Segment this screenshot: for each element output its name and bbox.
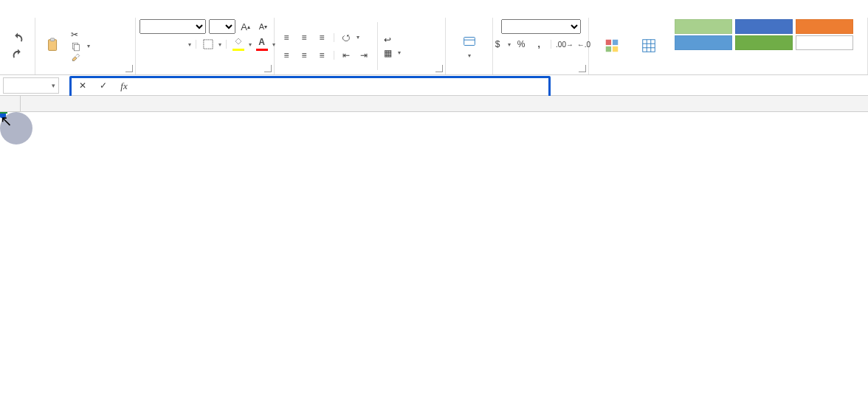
align-top-button[interactable]: ≡	[279, 30, 294, 45]
group-label-font	[140, 73, 269, 74]
formula-bar-row: ▾ ✕ ✓ fx	[0, 75, 868, 96]
svg-rect-9	[613, 46, 618, 51]
bucket-icon	[233, 37, 244, 46]
formula-bar-highlight	[69, 76, 551, 98]
format-as-table-button[interactable]	[632, 30, 666, 63]
borders-button[interactable]	[201, 37, 216, 52]
svg-rect-7	[613, 39, 618, 44]
svg-rect-1	[50, 38, 55, 41]
group-label-clipboard	[40, 73, 131, 74]
sensitivity-button[interactable]: ▾	[456, 30, 483, 63]
select-all-corner[interactable]	[0, 96, 21, 111]
style-60-accent6[interactable]	[675, 19, 732, 34]
svg-rect-10	[643, 39, 655, 52]
table-icon	[641, 38, 657, 54]
increase-font-button[interactable]: A▴	[238, 19, 253, 34]
decrease-font-button[interactable]: A▾	[256, 19, 271, 34]
align-center-button[interactable]: ≡	[297, 48, 311, 63]
font-dialog-launcher[interactable]	[264, 65, 272, 72]
fill-color-button[interactable]	[231, 37, 246, 52]
mouse-cursor-icon: ↖	[0, 112, 13, 130]
format-painter-button[interactable]	[71, 53, 90, 63]
enter-formula-button[interactable]: ✓	[96, 78, 111, 93]
selected-cell[interactable]	[0, 112, 7, 114]
conditional-formatting-icon	[604, 38, 620, 54]
style-comma[interactable]	[796, 35, 853, 50]
copy-icon	[71, 41, 81, 52]
number-dialog-launcher[interactable]	[579, 65, 586, 72]
wrap-text-button[interactable]: ↩	[384, 35, 401, 45]
ribbon: ✂ ▾ A▴ A▾	[0, 18, 868, 75]
percent-format-button[interactable]: %	[514, 37, 528, 52]
decrease-indent-button[interactable]: ⇤	[339, 48, 354, 63]
cursor-indicator	[0, 112, 32, 144]
merge-center-button[interactable]: ▦ ▾	[384, 48, 401, 58]
style-accent5[interactable]	[675, 35, 732, 50]
style-accent6[interactable]	[735, 35, 793, 50]
chevron-down-icon: ▾	[52, 82, 55, 89]
cancel-formula-button[interactable]: ✕	[75, 78, 90, 93]
accounting-format-button[interactable]: $	[490, 37, 505, 52]
redo-button[interactable]	[10, 47, 25, 62]
group-label-sensitivity	[450, 73, 488, 74]
alignment-dialog-launcher[interactable]	[435, 65, 443, 72]
paintbrush-icon	[71, 53, 81, 63]
svg-rect-3	[75, 44, 80, 50]
conditional-formatting-button[interactable]	[593, 30, 630, 63]
group-label-undo	[4, 73, 30, 74]
increase-decimal-button[interactable]: .00→	[556, 37, 574, 52]
style-accent2[interactable]	[796, 19, 853, 34]
group-label-styles	[675, 73, 863, 74]
undo-button[interactable]	[10, 31, 25, 46]
align-left-button[interactable]: ≡	[279, 48, 294, 63]
merge-icon: ▦	[384, 48, 392, 58]
font-size-select[interactable]	[209, 19, 235, 34]
group-label-number	[497, 73, 584, 74]
style-accent1[interactable]	[735, 19, 793, 34]
paste-button[interactable]	[40, 30, 66, 63]
align-middle-button[interactable]: ≡	[297, 30, 311, 45]
svg-rect-4	[203, 40, 212, 49]
scissors-icon: ✂	[71, 29, 78, 40]
orientation-button[interactable]: ⭯	[339, 30, 354, 45]
font-color-button[interactable]: A	[255, 37, 269, 52]
align-right-button[interactable]: ≡	[314, 48, 329, 63]
cut-button[interactable]: ✂	[71, 29, 90, 40]
name-box[interactable]: ▾	[3, 77, 59, 94]
wrap-icon: ↩	[384, 35, 391, 45]
underline-button[interactable]	[170, 37, 185, 52]
bold-button[interactable]	[135, 37, 150, 52]
font-name-select[interactable]	[140, 19, 206, 34]
group-label-alignment	[279, 73, 441, 74]
align-bottom-button[interactable]: ≡	[314, 30, 329, 45]
svg-rect-5	[464, 38, 475, 46]
clipboard-dialog-launcher[interactable]	[125, 65, 133, 72]
svg-rect-6	[606, 39, 611, 44]
italic-button[interactable]	[153, 37, 168, 52]
comma-format-button[interactable]: ,	[531, 37, 546, 52]
number-format-select[interactable]	[501, 19, 581, 34]
sensitivity-icon	[461, 33, 478, 49]
svg-rect-8	[606, 46, 611, 51]
copy-button[interactable]: ▾	[71, 41, 90, 52]
worksheet-grid[interactable]: ↖	[0, 96, 868, 112]
insert-function-button[interactable]: fx	[117, 79, 131, 94]
menubar	[0, 0, 868, 18]
increase-indent-button[interactable]: ⇥	[356, 48, 371, 63]
